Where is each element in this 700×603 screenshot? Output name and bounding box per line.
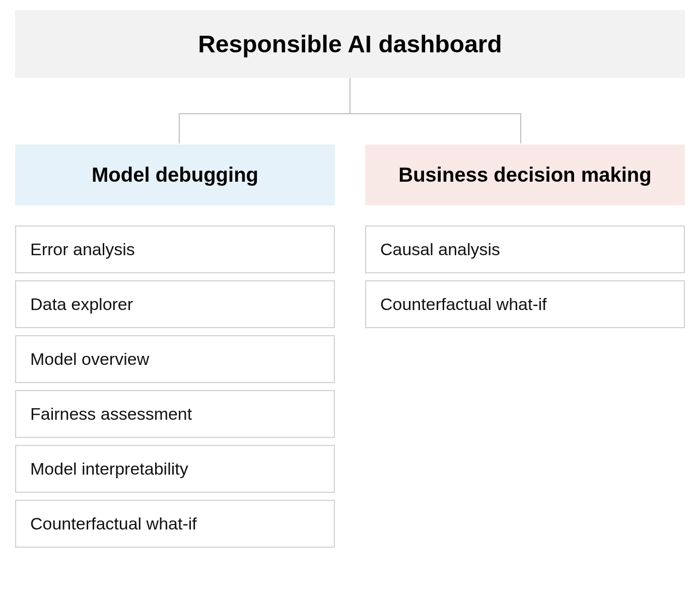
- item-label: Counterfactual what-if: [380, 294, 547, 314]
- connector-line: [520, 113, 521, 143]
- connector-line: [179, 113, 521, 114]
- item-counterfactual-what-if: Counterfactual what-if: [365, 280, 685, 328]
- branch-model-debugging: Model debugging Error analysis Data expl…: [15, 144, 335, 548]
- branch-items-business-decision-making: Causal analysis Counterfactual what-if: [365, 225, 685, 328]
- branch-header-business-decision-making: Business decision making: [365, 144, 685, 205]
- item-label: Model interpretability: [30, 459, 188, 478]
- item-error-analysis: Error analysis: [15, 225, 335, 273]
- branches-container: Model debugging Error analysis Data expl…: [15, 144, 685, 548]
- item-label: Error analysis: [30, 240, 135, 259]
- item-label: Counterfactual what-if: [30, 514, 197, 533]
- item-causal-analysis: Causal analysis: [365, 225, 685, 273]
- item-label: Fairness assessment: [30, 404, 192, 423]
- item-model-overview: Model overview: [15, 335, 335, 383]
- branch-business-decision-making: Business decision making Causal analysis…: [365, 144, 685, 328]
- item-label: Data explorer: [30, 294, 133, 314]
- branch-header-model-debugging: Model debugging: [15, 144, 335, 205]
- connector-line: [179, 113, 180, 143]
- root-node: Responsible AI dashboard: [15, 10, 685, 78]
- connector-line: [349, 78, 351, 113]
- item-model-interpretability: Model interpretability: [15, 445, 335, 493]
- item-label: Causal analysis: [380, 240, 500, 259]
- root-title: Responsible AI dashboard: [198, 31, 502, 57]
- branch-title: Business decision making: [398, 164, 651, 186]
- branch-items-model-debugging: Error analysis Data explorer Model overv…: [15, 225, 335, 548]
- item-label: Model overview: [30, 349, 149, 368]
- item-data-explorer: Data explorer: [15, 280, 335, 328]
- item-fairness-assessment: Fairness assessment: [15, 390, 335, 438]
- branch-title: Model debugging: [92, 164, 258, 186]
- diagram-root: Responsible AI dashboard Model debugging…: [15, 10, 685, 548]
- item-counterfactual-what-if: Counterfactual what-if: [15, 500, 335, 548]
